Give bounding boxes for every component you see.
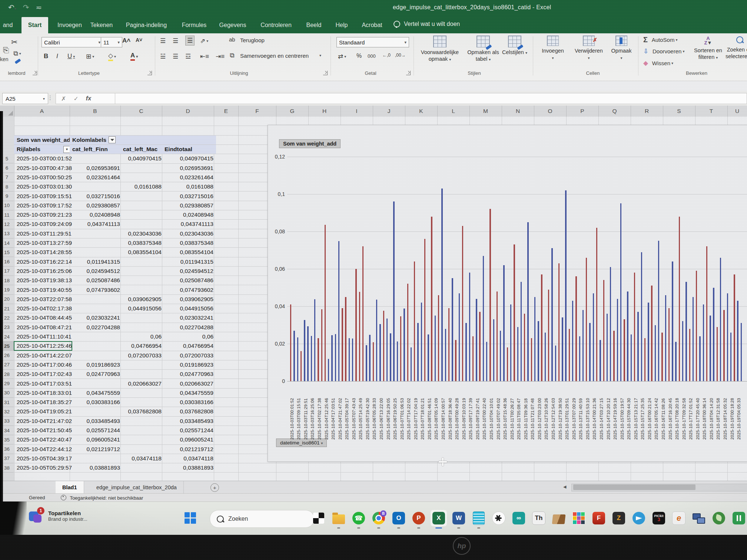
add-sheet-button[interactable]: + — [210, 483, 219, 492]
cell[interactable]: 0,096005241 — [162, 435, 216, 444]
cell[interactable]: 0,043741113 — [70, 220, 123, 229]
insert-cells-button[interactable]: Invoegen▾ — [537, 36, 569, 61]
cell-A15[interactable]: 2025-10-03T14:28:55 — [14, 248, 72, 257]
accessibility-status[interactable]: Toegankelijkheid: niet beschikbaar — [70, 495, 143, 501]
cell[interactable]: 0,024770963 — [70, 370, 123, 379]
format-as-table-button[interactable]: Opmaken als tabel ▾ — [464, 36, 502, 62]
cell[interactable]: 0,083554104 — [162, 248, 216, 257]
column-header-A[interactable]: A — [14, 106, 70, 117]
insert-function-icon[interactable]: fx — [86, 95, 91, 102]
column-header-E[interactable]: E — [214, 106, 239, 117]
cell-A21[interactable]: 2025-10-04T02:17:38 — [14, 304, 72, 313]
edrawings-icon[interactable]: e — [671, 510, 687, 526]
whatsapp-icon[interactable]: ☎ — [351, 510, 367, 526]
cell-A25[interactable]: 2025-10-04T12:25:46 — [14, 341, 72, 350]
number-dialog-launcher-icon[interactable] — [406, 71, 411, 75]
cell[interactable]: 0,0161088 — [120, 182, 165, 191]
cell[interactable]: 0,074793602 — [70, 285, 123, 294]
cell-A5[interactable]: 2025-10-03T00:01:52 — [14, 154, 72, 163]
cell-A29[interactable]: 2025-10-04T17:03:51 — [14, 379, 72, 388]
contrast-app-icon[interactable] — [311, 510, 327, 526]
decrease-indent-icon[interactable]: ⇤≡ — [200, 53, 209, 60]
cell-A24[interactable]: 2025-10-04T11:10:41 — [14, 332, 72, 341]
cell[interactable]: 0,023043036 — [162, 229, 216, 238]
cell[interactable]: 0,023261464 — [162, 173, 216, 182]
cell[interactable]: 0,026953691 — [70, 164, 123, 173]
cell-A12[interactable]: 2025-10-03T09:24:09 — [14, 220, 72, 229]
cell[interactable]: 0,030383166 — [70, 398, 123, 407]
cell-A32[interactable]: 2025-10-04T19:05:21 — [14, 407, 72, 416]
column-header-K[interactable]: K — [405, 106, 438, 117]
cell-A11[interactable]: 2025-10-03T09:21:23 — [14, 210, 72, 219]
ribbon-tab-invoegen[interactable]: Invoegen — [51, 17, 88, 33]
borders-icon[interactable]: ⊞▾ — [86, 53, 94, 60]
merge-center-label[interactable]: Samenvoegen en centreren — [240, 53, 309, 59]
font-name-combo[interactable]: Calibri▾ — [42, 37, 103, 47]
align-center-icon[interactable]: ☰ — [173, 53, 178, 60]
cell-A14[interactable]: 2025-10-03T13:27:59 — [14, 239, 72, 247]
cell-A30[interactable]: 2025-10-04T18:33:01 — [14, 389, 72, 397]
cell[interactable]: 0,020663027 — [120, 379, 165, 388]
chart-value-field-button[interactable]: Som van weight_add — [279, 139, 341, 148]
hscroll-thumb[interactable] — [573, 484, 695, 490]
cell[interactable]: 0,02408948 — [162, 210, 216, 219]
ribbon-tab-tekenen[interactable]: Tekenen — [84, 17, 119, 33]
cell[interactable]: 0,026953691 — [162, 164, 216, 173]
cell[interactable]: 0,043741113 — [162, 220, 216, 229]
cell[interactable]: 0,072007033 — [162, 351, 216, 360]
align-left-icon[interactable]: ☱ — [160, 53, 166, 60]
cell[interactable]: 0,040970415 — [120, 154, 165, 163]
accounting-format-icon[interactable]: ⇄▾ — [338, 53, 346, 60]
pivot-col-header-cat_left_Finn[interactable]: cat_left_Finn — [70, 145, 123, 154]
ribbon-tab-and[interactable]: and — [0, 17, 16, 33]
cell[interactable]: 0,072007033 — [120, 351, 165, 360]
undo-icon[interactable]: ↶▾ — [8, 3, 16, 12]
green-app-icon[interactable] — [731, 510, 747, 526]
cell-A28[interactable]: 2025-10-04T17:02:43 — [14, 370, 72, 379]
excel-icon[interactable]: X — [431, 510, 447, 526]
formula-bar-splitter[interactable]: ⋮ — [47, 94, 53, 101]
cell-A22[interactable]: 2025-10-04T08:44:45 — [14, 313, 72, 322]
cell[interactable]: 0,021219712 — [70, 445, 123, 454]
cell-A27[interactable]: 2025-10-04T17:00:46 — [14, 360, 72, 369]
column-header-G[interactable]: G — [276, 106, 309, 117]
cell[interactable]: 0,032715016 — [162, 191, 216, 200]
cell[interactable]: 0,029380857 — [70, 201, 123, 210]
remote-desktop-icon[interactable] — [691, 510, 707, 526]
font-color-icon[interactable]: A▾ — [130, 52, 138, 61]
column-header-U[interactable]: U — [727, 106, 747, 117]
cell[interactable]: 0,038375348 — [120, 239, 165, 247]
cell[interactable]: 0,039062905 — [162, 295, 216, 304]
italic-button[interactable]: I — [56, 53, 58, 60]
grow-font-icon[interactable]: A˄ — [122, 37, 130, 44]
decrease-decimal-icon[interactable]: ,00→ — [395, 53, 406, 58]
cell[interactable]: 0,030383166 — [162, 398, 216, 407]
pivot-corner-label[interactable]: Som van weight_add — [14, 136, 72, 144]
pivot-col-header-cat_left_Mac[interactable]: cat_left_Mac — [120, 145, 164, 154]
tell-me-box[interactable]: Vertel wat u wilt doen — [394, 21, 460, 27]
cell[interactable]: 0,023032241 — [70, 313, 123, 322]
format-cells-button[interactable]: Opmaak▾ — [608, 36, 634, 61]
cell[interactable]: 0,043475559 — [70, 389, 123, 397]
cell[interactable]: 0,022704288 — [70, 323, 123, 332]
cell[interactable]: 0,024594512 — [162, 267, 216, 276]
increase-decimal-icon[interactable]: ←,0 — [382, 53, 391, 58]
qat-customize-icon[interactable]: ≂ — [36, 3, 42, 12]
column-header-I[interactable]: I — [341, 106, 373, 117]
cell-A16[interactable]: 2025-10-03T16:22:14 — [14, 257, 72, 266]
cell[interactable]: 0,0161088 — [162, 182, 216, 191]
column-header-O[interactable]: O — [534, 106, 567, 117]
cell-A10[interactable]: 2025-10-03T09:17:52 — [14, 201, 72, 210]
ribbon-tab-gegevens[interactable]: Gegevens — [213, 17, 252, 33]
cell-A23[interactable]: 2025-10-04T08:47:21 — [14, 323, 72, 332]
cell-A35[interactable]: 2025-10-04T22:40:47 — [14, 435, 72, 444]
widgets-button[interactable]: 1 Topartikelen Brand op industr... — [29, 509, 87, 523]
horizontal-scrollbar[interactable] — [571, 484, 747, 491]
zigbee2mqtt-icon[interactable]: Z — [611, 510, 627, 526]
start-button[interactable] — [185, 512, 196, 524]
wrap-text-label[interactable]: Terugloop — [240, 37, 265, 43]
column-header-F[interactable]: F — [238, 106, 276, 117]
column-header-T[interactable]: T — [695, 106, 728, 117]
cell[interactable]: 0,019186923 — [70, 360, 123, 369]
comma-style-button[interactable]: 000 — [368, 53, 376, 59]
